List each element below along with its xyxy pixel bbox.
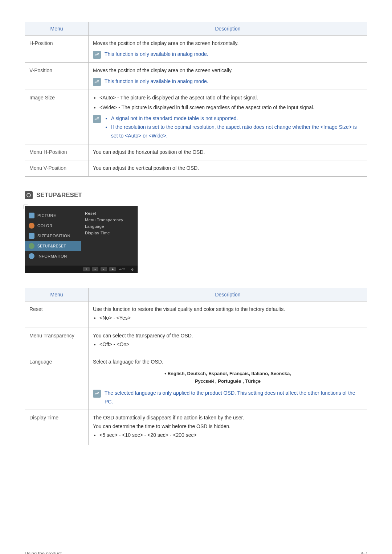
note: This function is only available in analo… [93,77,363,86]
menu-cell: Reset [25,301,89,328]
osd-down-icon: ▼ [92,267,98,271]
table-row: Reset Use this function to restore the v… [25,301,367,328]
table-row: Display Time The OSD automatically disap… [25,410,367,445]
osd-item-color: COLOR [25,221,81,231]
desc-cell: You can adjust the vertical position of … [89,160,367,177]
note-text: This function is only available in analo… [105,50,363,59]
setup-reset-table: Menu Description Reset Use this function… [25,288,367,445]
osd-item-setup-active: SETUP&RESET [25,241,81,251]
note: This function is only available in analo… [93,50,363,59]
desc-list: <Off> - <On> [93,340,363,349]
desc-cell: You can adjust the horizontal position o… [89,144,367,160]
desc-text: You can determine the time to wait befor… [93,422,363,431]
desc-list: <No> - <Yes> [93,314,363,323]
col-desc: Description [89,22,367,36]
list-item: If the resolution is set to the optimal … [111,123,363,140]
note-icon [93,390,101,398]
note-text: The selected language is only applied to… [105,389,363,406]
osd-item-size: SIZE&POSITION [25,231,81,241]
size-position-table: Menu Description H-Position Moves the po… [25,22,367,177]
osd-corner-decoration [24,205,28,209]
note-text: This function is only available in analo… [105,77,363,86]
osd-label: INFORMATION [37,254,67,258]
footer-left: Using the product [25,551,62,554]
desc-cell: You can select the transparency of the O… [89,328,367,354]
list-item: <No> - <Yes> [99,314,363,323]
table-row: Menu V-Position You can adjust the verti… [25,160,367,177]
desc-cell: Use this function to restore the visual … [89,301,367,328]
col-desc: Description [89,288,367,301]
note: The selected language is only applied to… [93,389,363,406]
osd-auto-label: AUTO [118,267,127,271]
color-icon [29,223,34,229]
osd-power-icon: ⏻ [129,267,135,271]
desc-text: You can select the transparency of the O… [93,332,363,340]
table-row: V-Position Moves the position of the dis… [25,62,367,90]
note-text: A signal not in the standard mode table … [105,114,363,140]
osd-label: SIZE&POSITION [37,234,70,238]
osd-sub-item: Menu Transparency [85,218,134,222]
info-icon [29,253,34,259]
menu-cell: Language [25,354,89,410]
menu-cell: V-Position [25,62,89,90]
osd-screenshot: PICTURE COLOR SIZE&POSITION SETUP&RESET … [25,206,138,273]
setup-reset-icon [25,191,33,199]
list-item: <Off> - <On> [99,340,363,349]
menu-cell: Menu Transparency [25,328,89,354]
col-menu: Menu [25,288,89,301]
note-icon [93,115,101,123]
desc-cell: Moves the position of the display area o… [89,62,367,90]
table-row: H-Position Moves the position of the dis… [25,36,367,63]
desc-text: Moves the position of the display area o… [93,66,363,75]
desc-text: The OSD automatically disappears if no a… [93,414,363,422]
osd-label: COLOR [37,223,53,228]
section-heading: SETUP&RESET [25,191,367,199]
desc-list: <5 sec> - <10 sec> - <20 sec> - <200 sec… [93,431,363,440]
desc-text: Moves the position of the display area o… [93,39,363,48]
list-item: <Wide> - The picture is displayed in ful… [99,103,363,112]
menu-cell: Image Size [25,90,89,144]
footer-right: 3-7 [360,551,367,554]
heading-text: SETUP&RESET [36,192,82,199]
lang-line: • English, Deutsch, Español, Français, I… [93,370,363,378]
list-item: <5 sec> - <10 sec> - <20 sec> - <200 sec… [99,431,363,440]
picture-icon [29,213,34,218]
table-row: Image Size <Auto> - The picture is displ… [25,90,367,144]
desc-cell: The OSD automatically disappears if no a… [89,410,367,445]
osd-sub-item: Language [85,224,134,229]
osd-submenu: Reset Menu Transparency Language Display… [81,206,138,266]
note-icon [93,78,101,86]
menu-cell: Display Time [25,410,89,445]
osd-sub-item: Display Time [85,231,134,235]
note-icon [93,51,101,59]
menu-cell: Menu H-Position [25,144,89,160]
desc-text: Use this function to restore the visual … [93,305,363,314]
col-menu: Menu [25,22,89,36]
table-row: Language Select a language for the OSD. … [25,354,367,410]
osd-enter-icon: ▶ [109,267,116,271]
osd-label: SETUP&RESET [37,244,66,248]
language-list: • English, Deutsch, Español, Français, I… [93,370,363,385]
note: A signal not in the standard mode table … [93,114,363,140]
desc-cell: Select a language for the OSD. • English… [89,354,367,410]
desc-text: Select a language for the OSD. [93,358,363,366]
osd-bottom-bar: ✕ ▼ ▲ ▶ AUTO ⏻ [25,266,138,273]
osd-up-icon: ▲ [101,267,107,271]
desc-list: <Auto> - The picture is displayed at the… [93,94,363,112]
list-item: <Auto> - The picture is displayed at the… [99,94,363,102]
osd-item-info: INFORMATION [25,251,81,261]
osd-sub-item: Reset [85,211,134,216]
desc-cell: Moves the position of the display area o… [89,36,367,63]
osd-close-icon: ✕ [83,267,90,271]
desc-cell: <Auto> - The picture is displayed at the… [89,90,367,144]
size-icon [29,233,34,239]
table-row: Menu H-Position You can adjust the horiz… [25,144,367,160]
list-item: A signal not in the standard mode table … [111,114,363,123]
setup-icon [29,243,34,249]
menu-cell: H-Position [25,36,89,63]
osd-menu-list: PICTURE COLOR SIZE&POSITION SETUP&RESET … [25,206,81,266]
osd-label: PICTURE [37,213,56,218]
table-row: Menu Transparency You can select the tra… [25,328,367,354]
osd-item-picture: PICTURE [25,210,81,221]
menu-cell: Menu V-Position [25,160,89,177]
